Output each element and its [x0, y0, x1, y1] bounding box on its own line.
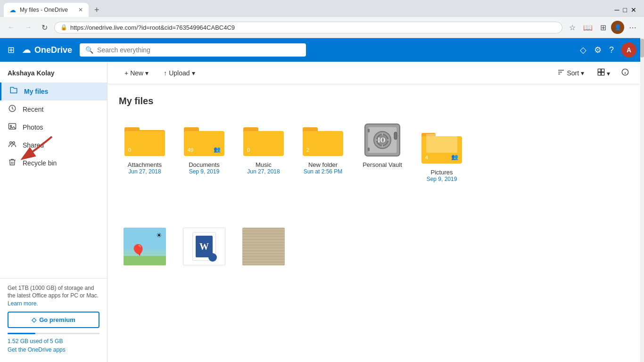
folder-name-new-folder: New folder	[308, 161, 338, 168]
tab-bar: ☁ My files - OneDrive ✕ + ─ □ ✕	[0, 0, 644, 17]
file-balloon-image[interactable]: 🎈 ☀	[119, 224, 171, 269]
premium-diamond-icon[interactable]: ◇	[580, 45, 586, 55]
storage-bar-background	[8, 333, 99, 334]
search-icon: 🔍	[85, 46, 93, 54]
browser-profile-avatar[interactable]: 👤	[611, 21, 624, 34]
learn-more-link[interactable]: Learn more.	[8, 300, 38, 307]
forward-btn[interactable]: →	[22, 21, 35, 33]
minimize-btn[interactable]: ─	[615, 6, 619, 14]
svg-rect-37	[368, 129, 370, 132]
files-row: 🎈 ☀ W	[119, 224, 633, 269]
folder-shared-documents-icon: 👥	[214, 146, 221, 153]
app-name: OneDrive	[34, 45, 72, 55]
info-button[interactable]	[618, 66, 633, 80]
sidebar-label-my-files: My files	[24, 88, 48, 95]
sidebar: Akshaya Kolay My files Recent Photos	[0, 62, 107, 362]
toolbar-right: Sort ▾ ▾	[552, 66, 633, 80]
file-photo-item[interactable]	[238, 224, 289, 269]
upload-button[interactable]: ↑ Upload ▾	[158, 66, 200, 80]
svg-point-2	[10, 125, 12, 127]
nav-right-buttons: ☆ 📖 ⊞ 👤 ⋯	[566, 21, 639, 34]
collections-icon[interactable]: ⊞	[597, 21, 609, 34]
folder-personal-vault[interactable]: IO Personal Vault	[356, 118, 408, 186]
svg-rect-8	[598, 69, 601, 72]
maximize-btn[interactable]: □	[623, 6, 627, 14]
folder-date-pictures: Sep 9, 2019	[427, 176, 457, 182]
app-logo: ☁ OneDrive	[22, 45, 72, 55]
sort-icon	[557, 68, 565, 77]
sort-button[interactable]: Sort ▾	[552, 66, 590, 80]
folder-icon-pictures: 4 👥	[421, 129, 463, 167]
address-bar[interactable]: 🔒 https://onedrive.live.com/?id=root&cid…	[54, 22, 562, 33]
sidebar-bottom: Get 1TB (1000 GB) of storage and the lat…	[0, 278, 107, 359]
tab-title: My files - OneDrive	[20, 7, 68, 13]
scrollbar-thumb[interactable]	[640, 39, 644, 58]
search-bar[interactable]: 🔍	[80, 43, 306, 57]
close-btn[interactable]: ✕	[631, 6, 636, 14]
folder-icon-attachments: 0	[124, 122, 166, 159]
folder-pictures[interactable]: 4 👥 Pictures Sep 9, 2019	[416, 125, 468, 186]
folder-count-attachments: 0	[128, 147, 131, 153]
favorites-icon[interactable]: ☆	[566, 21, 578, 34]
svg-text:IO: IO	[378, 137, 385, 144]
storage-bar-fill	[8, 333, 35, 334]
folder-name-attachments: Attachments	[128, 161, 162, 168]
tab-close-btn[interactable]: ✕	[78, 7, 83, 13]
svg-rect-10	[598, 73, 601, 75]
sidebar-item-my-files[interactable]: My files	[0, 82, 107, 100]
sort-chevron-icon: ▾	[581, 69, 584, 77]
upload-arrow-icon: ↑	[164, 69, 167, 77]
nav-bar: ← → ↻ 🔒 https://onedrive.live.com/?id=ro…	[0, 17, 644, 38]
folder-name-pictures: Pictures	[431, 169, 453, 176]
new-label: New	[130, 69, 143, 77]
file-word-doc[interactable]: W	[178, 224, 230, 269]
folder-music[interactable]: 0 Music Jun 27, 2018	[238, 118, 289, 186]
toolbar: + New ▾ ↑ Upload ▾ Sort ▾	[107, 62, 644, 84]
lock-icon: 🔒	[60, 24, 67, 31]
app-container: ⊞ ☁ OneDrive 🔍 ◇ ⚙ ? A Akshaya Kolay My …	[0, 38, 644, 362]
get-apps-link[interactable]: Get the OneDrive apps	[8, 346, 99, 353]
active-tab[interactable]: ☁ My files - OneDrive ✕	[4, 3, 89, 17]
settings-gear-icon[interactable]: ⚙	[594, 45, 602, 55]
tab-cloud-icon: ☁	[9, 6, 16, 14]
recent-icon	[8, 104, 17, 115]
help-question-icon[interactable]: ?	[609, 45, 614, 55]
folder-name-music: Music	[256, 161, 272, 168]
new-plus-icon: +	[124, 69, 128, 77]
back-btn[interactable]: ←	[5, 21, 18, 33]
storage-bar	[8, 333, 99, 334]
upload-label: Upload	[169, 69, 190, 77]
new-chevron-icon: ▾	[145, 69, 149, 77]
app-body: Akshaya Kolay My files Recent Photos	[0, 62, 644, 362]
browser-chrome: ☁ My files - OneDrive ✕ + ─ □ ✕ ← → ↻ 🔒 …	[0, 0, 644, 38]
folder-name-documents: Documents	[189, 161, 220, 168]
settings-more-btn[interactable]: ⋯	[626, 21, 639, 34]
new-tab-button[interactable]: +	[91, 5, 103, 15]
folder-date-documents: Sep 9, 2019	[189, 168, 220, 175]
go-premium-button[interactable]: ◇ Go premium	[8, 312, 99, 328]
view-toggle-button[interactable]: ▾	[594, 66, 614, 80]
folder-documents[interactable]: 49 👥 Documents Sep 9, 2019	[178, 118, 230, 186]
waffle-menu-icon[interactable]: ⊞	[8, 45, 15, 55]
main-content: + New ▾ ↑ Upload ▾ Sort ▾	[107, 62, 644, 362]
reading-list-icon[interactable]: 📖	[580, 21, 595, 34]
new-button[interactable]: + New ▾	[119, 66, 154, 80]
folder-shared-pictures-icon: 👥	[451, 154, 458, 160]
sidebar-label-photos: Photos	[23, 123, 43, 131]
premium-diamond-small-icon: ◇	[32, 316, 36, 323]
app-header: ⊞ ☁ OneDrive 🔍 ◇ ⚙ ? A	[0, 38, 644, 62]
promo-text: Get 1TB (1000 GB) of storage and the lat…	[8, 284, 99, 308]
folder-attachments[interactable]: 0 Attachments Jun 27, 2018	[119, 118, 171, 186]
refresh-btn[interactable]: ↻	[39, 21, 50, 34]
promo-text-content: Get 1TB (1000 GB) of storage and the lat…	[8, 285, 99, 299]
sidebar-item-photos[interactable]: Photos	[0, 118, 107, 136]
sidebar-item-recent[interactable]: Recent	[0, 100, 107, 118]
search-input[interactable]	[97, 46, 300, 54]
folder-icon-music: 0	[242, 122, 285, 159]
storage-used-text[interactable]: 1.52 GB used of 5 GB	[8, 338, 63, 345]
svg-rect-38	[368, 148, 370, 151]
folder-new-folder[interactable]: 2 New folder Sun at 2:56 PM	[297, 118, 349, 186]
folder-date-attachments: Jun 27, 2018	[128, 168, 161, 175]
user-avatar[interactable]: A	[621, 42, 636, 58]
files-area: My files 0 Attachm	[107, 84, 644, 362]
